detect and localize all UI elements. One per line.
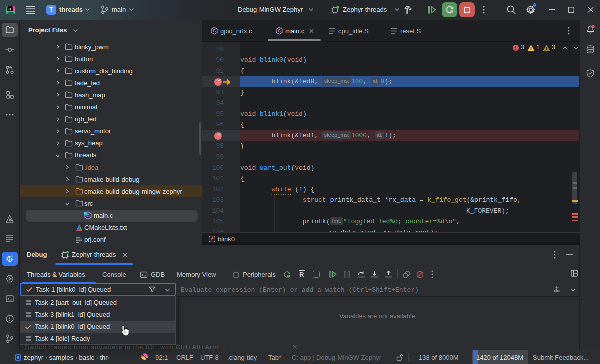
svg-text:f: f — [211, 237, 214, 242]
svg-text:C: C — [278, 28, 281, 34]
svg-text:C: C — [213, 28, 216, 34]
